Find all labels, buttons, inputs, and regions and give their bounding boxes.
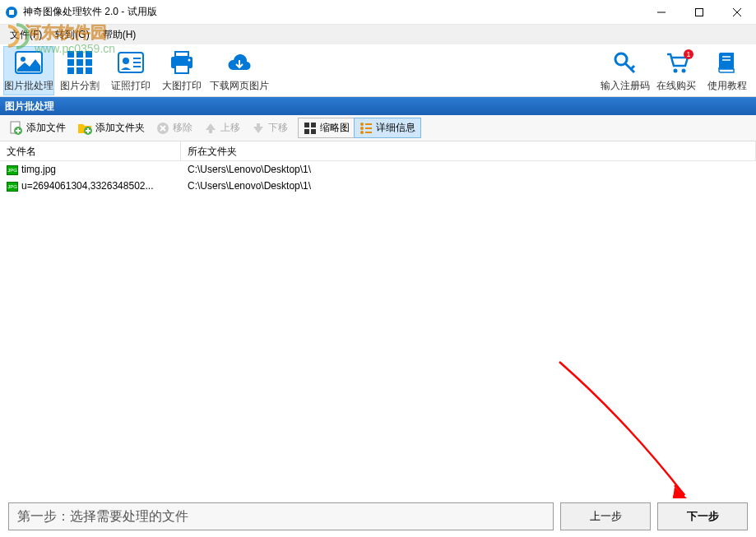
- file-list-header: 文件名 所在文件夹: [0, 141, 756, 161]
- svg-rect-8: [67, 51, 74, 58]
- arrow-up-icon: [204, 122, 217, 135]
- file-folder: C:\Users\Lenovo\Desktop\1\: [181, 164, 756, 175]
- tool-id-print[interactable]: 证照打印: [105, 46, 156, 95]
- add-file-button[interactable]: 添加文件: [3, 118, 71, 138]
- tool-batch-process[interactable]: 图片批处理: [3, 46, 54, 95]
- menu-help[interactable]: 帮助(H): [96, 26, 143, 44]
- tool-label: 使用教程: [707, 79, 747, 93]
- remove-icon: [156, 122, 169, 135]
- add-folder-button[interactable]: 添加文件夹: [72, 118, 150, 138]
- tool-split[interactable]: 图片分割: [54, 46, 105, 95]
- button-label: 移除: [173, 121, 192, 135]
- svg-rect-1: [9, 10, 14, 15]
- menu-goto[interactable]: 转到(G): [49, 26, 95, 44]
- prev-button[interactable]: 上一步: [560, 502, 651, 530]
- image-icon: [15, 48, 43, 77]
- view-toggle: 缩略图 详细信息: [298, 118, 421, 138]
- arrow-down-icon: [252, 122, 265, 135]
- button-label: 添加文件夹: [95, 121, 145, 135]
- list-item[interactable]: JPGtimg.jpg C:\Users\Lenovo\Desktop\1\: [0, 161, 756, 178]
- menu-file[interactable]: 文件(F): [3, 26, 49, 44]
- svg-rect-15: [77, 67, 83, 74]
- move-up-button[interactable]: 上移: [199, 118, 245, 137]
- svg-rect-14: [67, 67, 74, 74]
- thumbnail-view-button[interactable]: 缩略图: [299, 118, 355, 137]
- minimize-button[interactable]: [642, 0, 680, 25]
- column-filename[interactable]: 文件名: [0, 141, 181, 160]
- svg-rect-12: [77, 59, 83, 66]
- svg-line-28: [631, 66, 634, 69]
- id-card-icon: [118, 48, 144, 77]
- tool-register[interactable]: 输入注册码: [600, 46, 651, 95]
- section-title: 图片批处理: [5, 100, 54, 113]
- svg-rect-9: [77, 51, 83, 58]
- svg-rect-52: [365, 132, 372, 133]
- svg-point-30: [682, 69, 686, 73]
- tool-tutorial[interactable]: 使用教程: [702, 46, 753, 95]
- section-header: 图片批处理: [0, 97, 756, 115]
- svg-rect-24: [175, 65, 188, 73]
- svg-point-7: [21, 57, 26, 62]
- svg-point-47: [360, 123, 364, 126]
- add-file-icon: [8, 121, 23, 136]
- file-name: u=2694061304,3326348502...: [21, 180, 154, 192]
- file-list[interactable]: JPGtimg.jpg C:\Users\Lenovo\Desktop\1\ J…: [0, 161, 756, 480]
- button-label: 添加文件: [26, 121, 66, 135]
- window-title: 神奇图像处理软件 2.0 - 试用版: [23, 5, 642, 19]
- key-icon: [613, 48, 638, 77]
- tool-download-web[interactable]: 下载网页图片: [207, 46, 271, 95]
- window-controls: [642, 0, 756, 25]
- svg-rect-10: [86, 51, 92, 58]
- svg-rect-16: [86, 67, 92, 74]
- column-folder[interactable]: 所在文件夹: [181, 141, 756, 160]
- button-label: 缩略图: [320, 121, 350, 135]
- remove-button[interactable]: 移除: [151, 118, 197, 137]
- svg-point-25: [188, 59, 191, 62]
- list-item[interactable]: JPGu=2694061304,3326348502... C:\Users\L…: [0, 178, 756, 194]
- svg-rect-13: [86, 59, 92, 66]
- list-icon: [359, 122, 373, 135]
- tool-label: 在线购买: [656, 79, 696, 93]
- printer-icon: [169, 48, 194, 77]
- details-view-button[interactable]: 详细信息: [354, 118, 421, 138]
- tool-label: 图片分割: [60, 79, 100, 93]
- button-label: 下移: [268, 121, 288, 135]
- tool-label: 输入注册码: [601, 79, 650, 93]
- tool-big-print[interactable]: 大图打印: [156, 46, 207, 95]
- app-icon: [5, 6, 18, 19]
- svg-point-18: [123, 58, 129, 64]
- titlebar: 神奇图像处理软件 2.0 - 试用版: [0, 0, 756, 25]
- thumbnail-icon: [304, 122, 317, 135]
- jpg-file-icon: JPG: [7, 165, 18, 175]
- book-icon: [716, 48, 739, 77]
- tool-buy[interactable]: 1 在线购买: [651, 46, 702, 95]
- main-toolbar: 图片批处理 图片分割 证照打印 大图打印 下载网页图片 输入注册码 1 在线购买…: [0, 44, 756, 97]
- tool-label: 证照打印: [111, 79, 151, 93]
- svg-rect-46: [311, 129, 316, 134]
- svg-rect-50: [365, 127, 372, 129]
- svg-rect-11: [67, 59, 74, 66]
- maximize-button[interactable]: [680, 0, 718, 25]
- move-down-button[interactable]: 下移: [247, 118, 293, 137]
- svg-rect-22: [175, 52, 188, 57]
- file-folder: C:\Users\Lenovo\Desktop\1\: [181, 180, 756, 192]
- add-folder-icon: [77, 121, 92, 136]
- svg-point-51: [360, 131, 364, 134]
- maximize-icon: [695, 8, 703, 16]
- svg-rect-45: [304, 129, 309, 134]
- footer: 第一步：选择需要处理的文件 上一步 下一步: [0, 496, 756, 537]
- button-label: 上移: [220, 121, 240, 135]
- tool-label: 大图打印: [162, 79, 202, 93]
- svg-rect-44: [311, 123, 316, 127]
- svg-rect-3: [696, 8, 703, 16]
- svg-point-26: [615, 53, 627, 65]
- step-text: 第一步：选择需要处理的文件: [8, 502, 554, 530]
- close-button[interactable]: [718, 0, 756, 25]
- sub-toolbar: 添加文件 添加文件夹 移除 上移 下移 缩略图 详细信息: [0, 115, 756, 141]
- next-button[interactable]: 下一步: [657, 502, 748, 530]
- svg-point-29: [674, 69, 678, 73]
- close-icon: [733, 8, 741, 16]
- menubar: 文件(F) 转到(G) 帮助(H): [0, 25, 756, 44]
- tool-label: 下载网页图片: [210, 79, 269, 93]
- cloud-download-icon: [226, 48, 253, 77]
